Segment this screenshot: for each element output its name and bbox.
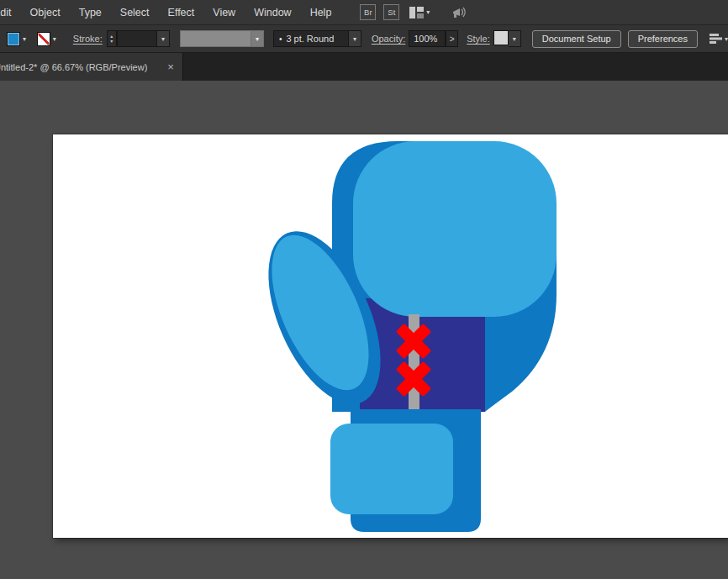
align-options-button[interactable]: ▾ xyxy=(710,34,728,44)
brush-definition-dropdown[interactable]: • 3 pt. Round ▾ xyxy=(273,30,361,47)
align-icon xyxy=(710,34,722,44)
menu-item-view[interactable]: View xyxy=(203,7,245,18)
preferences-button[interactable]: Preferences xyxy=(628,30,698,48)
menu-item-window[interactable]: Window xyxy=(245,7,300,18)
menu-bar: Edit Object Type Select Effect View Wind… xyxy=(0,0,728,25)
control-bar: ▾ ▾ Stroke: ▴ ▾ ▾ ▾ • 3 pt. Round xyxy=(0,25,728,53)
brush-definition-label: 3 pt. Round xyxy=(286,34,334,44)
chevron-down-icon: ▾ xyxy=(725,35,728,43)
brush-definition-value[interactable]: • 3 pt. Round xyxy=(273,30,349,47)
chevron-down-icon: ▾ xyxy=(513,35,516,43)
fill-chevron-icon[interactable]: ▾ xyxy=(23,35,26,43)
style-swatch[interactable] xyxy=(493,30,509,45)
stock-badge[interactable]: St xyxy=(383,4,399,20)
width-profile-preview xyxy=(180,30,251,47)
expand-arrow-icon: > xyxy=(450,34,455,44)
canvas-area[interactable] xyxy=(0,81,728,579)
menu-extras: Br St ▾ xyxy=(352,4,468,20)
stepper-down-icon: ▾ xyxy=(110,39,113,44)
opacity-value[interactable]: 100% xyxy=(409,30,446,47)
stroke-weight-value[interactable] xyxy=(117,30,157,47)
menu-items: Edit Object Type Select Effect View Wind… xyxy=(0,7,340,18)
menu-item-help[interactable]: Help xyxy=(301,7,341,18)
menu-item-object[interactable]: Object xyxy=(21,7,70,18)
bridge-badge[interactable]: Br xyxy=(360,4,376,20)
chevron-down-icon: ▾ xyxy=(353,35,356,43)
stroke-weight-label[interactable]: Stroke: xyxy=(73,34,103,44)
chevron-down-icon: ▾ xyxy=(161,35,165,43)
style-dropdown[interactable]: ▾ xyxy=(493,30,521,47)
share-button[interactable] xyxy=(451,6,468,19)
document-tab[interactable]: Untitled-2* @ 66.67% (RGB/Preview) × xyxy=(0,53,183,81)
workspace-icon xyxy=(409,7,424,18)
chevron-down-icon: ▾ xyxy=(426,8,430,16)
brush-dropdown-arrow[interactable]: ▾ xyxy=(349,30,361,47)
glove-knuckle-shape[interactable] xyxy=(353,141,557,317)
document-setup-button[interactable]: Document Setup xyxy=(532,30,621,48)
artboard[interactable] xyxy=(53,134,728,538)
stroke-color-swatch[interactable] xyxy=(37,32,50,46)
stroke-chevron-icon[interactable]: ▾ xyxy=(53,35,56,43)
tab-close-button[interactable]: × xyxy=(167,61,174,72)
document-tab-title: Untitled-2* @ 66.67% (RGB/Preview) xyxy=(0,62,147,72)
width-profile-dropdown-arrow[interactable]: ▾ xyxy=(251,30,264,47)
boxing-glove-artwork[interactable] xyxy=(53,134,728,538)
stroke-weight-input[interactable]: ▾ xyxy=(117,30,170,47)
brush-dot-icon: • xyxy=(279,34,282,44)
glove-cuff-band-shape[interactable] xyxy=(330,424,453,514)
fill-color-swatch[interactable] xyxy=(7,32,20,46)
menu-item-type[interactable]: Type xyxy=(70,7,111,18)
workspace-switcher[interactable]: ▾ xyxy=(409,7,430,18)
share-icon xyxy=(451,6,468,19)
chevron-down-icon: ▾ xyxy=(256,35,259,43)
opacity-input[interactable]: 100% xyxy=(409,30,446,47)
style-label[interactable]: Style: xyxy=(467,34,490,44)
document-tab-bar: Untitled-2* @ 66.67% (RGB/Preview) × xyxy=(0,53,728,81)
menu-item-effect[interactable]: Effect xyxy=(159,7,204,18)
variable-width-profile-dropdown[interactable]: ▾ xyxy=(180,30,264,47)
opacity-expand-button[interactable]: > xyxy=(446,30,458,47)
opacity-label[interactable]: Opacity: xyxy=(372,34,405,44)
style-dropdown-arrow[interactable]: ▾ xyxy=(509,30,521,47)
stroke-weight-dropdown[interactable]: ▾ xyxy=(157,30,170,47)
stroke-weight-stepper[interactable]: ▴ ▾ xyxy=(107,30,117,47)
illustrator-window: Edit Object Type Select Effect View Wind… xyxy=(0,0,728,579)
menu-item-edit[interactable]: Edit xyxy=(0,7,21,18)
menu-item-select[interactable]: Select xyxy=(111,7,159,18)
